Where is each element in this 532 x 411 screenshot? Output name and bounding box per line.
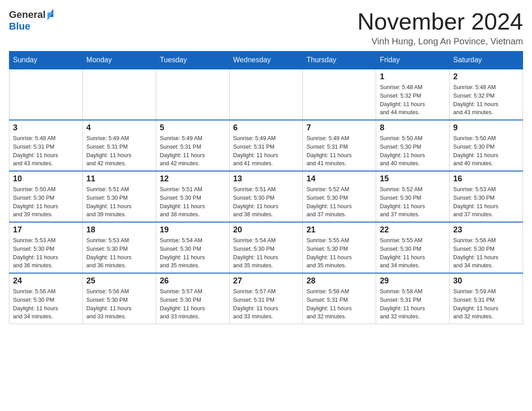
day-number: 23 <box>453 225 519 235</box>
title-section: November 2024 Vinh Hung, Long An Povince… <box>357 9 523 47</box>
calendar-cell: 22Sunrise: 5:55 AM Sunset: 5:30 PM Dayli… <box>376 222 450 273</box>
day-number: 15 <box>380 174 446 184</box>
calendar-cell: 23Sunrise: 5:56 AM Sunset: 5:30 PM Dayli… <box>450 222 523 273</box>
day-number: 18 <box>86 225 152 235</box>
calendar-cell: 14Sunrise: 5:52 AM Sunset: 5:30 PM Dayli… <box>303 171 376 222</box>
day-info: Sunrise: 5:54 AM Sunset: 5:30 PM Dayligh… <box>233 236 299 270</box>
calendar-cell: 1Sunrise: 5:48 AM Sunset: 5:32 PM Daylig… <box>376 69 450 120</box>
day-info: Sunrise: 5:57 AM Sunset: 5:31 PM Dayligh… <box>233 287 299 321</box>
calendar-cell: 3Sunrise: 5:48 AM Sunset: 5:31 PM Daylig… <box>9 120 83 171</box>
day-number: 4 <box>86 123 152 133</box>
day-info: Sunrise: 5:53 AM Sunset: 5:30 PM Dayligh… <box>453 185 519 219</box>
weekday-header-wednesday: Wednesday <box>229 51 303 69</box>
day-number: 13 <box>233 174 299 184</box>
day-info: Sunrise: 5:53 AM Sunset: 5:30 PM Dayligh… <box>86 236 152 270</box>
logo: General Blue <box>9 9 53 32</box>
day-number: 22 <box>380 225 446 235</box>
day-number: 8 <box>380 123 446 133</box>
week-row-4: 17Sunrise: 5:53 AM Sunset: 5:30 PM Dayli… <box>9 222 523 273</box>
day-info: Sunrise: 5:52 AM Sunset: 5:30 PM Dayligh… <box>306 185 372 219</box>
day-number: 11 <box>86 174 152 184</box>
week-row-3: 10Sunrise: 5:50 AM Sunset: 5:30 PM Dayli… <box>9 171 523 222</box>
day-number: 19 <box>160 225 226 235</box>
day-info: Sunrise: 5:57 AM Sunset: 5:30 PM Dayligh… <box>160 287 226 321</box>
calendar-cell: 5Sunrise: 5:49 AM Sunset: 5:31 PM Daylig… <box>156 120 229 171</box>
day-info: Sunrise: 5:54 AM Sunset: 5:30 PM Dayligh… <box>160 236 226 270</box>
day-number: 7 <box>306 123 372 133</box>
calendar-cell: 8Sunrise: 5:50 AM Sunset: 5:30 PM Daylig… <box>376 120 450 171</box>
calendar-cell: 20Sunrise: 5:54 AM Sunset: 5:30 PM Dayli… <box>229 222 303 273</box>
day-info: Sunrise: 5:49 AM Sunset: 5:31 PM Dayligh… <box>160 134 226 168</box>
day-info: Sunrise: 5:49 AM Sunset: 5:31 PM Dayligh… <box>306 134 372 168</box>
day-number: 24 <box>13 276 79 286</box>
day-number: 1 <box>380 72 446 81</box>
week-row-2: 3Sunrise: 5:48 AM Sunset: 5:31 PM Daylig… <box>9 120 523 171</box>
day-number: 29 <box>380 276 446 286</box>
day-info: Sunrise: 5:49 AM Sunset: 5:31 PM Dayligh… <box>233 134 299 168</box>
day-info: Sunrise: 5:55 AM Sunset: 5:30 PM Dayligh… <box>380 236 446 270</box>
weekday-header-friday: Friday <box>376 51 450 69</box>
day-number: 30 <box>453 276 519 286</box>
day-number: 2 <box>453 72 519 81</box>
day-info: Sunrise: 5:56 AM Sunset: 5:30 PM Dayligh… <box>86 287 152 321</box>
day-number: 10 <box>13 174 79 184</box>
day-number: 5 <box>160 123 226 133</box>
day-number: 17 <box>13 225 79 235</box>
calendar-cell <box>156 69 229 120</box>
calendar-cell: 13Sunrise: 5:51 AM Sunset: 5:30 PM Dayli… <box>229 171 303 222</box>
day-info: Sunrise: 5:56 AM Sunset: 5:30 PM Dayligh… <box>453 236 519 270</box>
day-info: Sunrise: 5:59 AM Sunset: 5:31 PM Dayligh… <box>453 287 519 321</box>
calendar-cell: 25Sunrise: 5:56 AM Sunset: 5:30 PM Dayli… <box>82 273 156 324</box>
day-info: Sunrise: 5:56 AM Sunset: 5:30 PM Dayligh… <box>13 287 79 321</box>
day-number: 21 <box>306 225 372 235</box>
day-info: Sunrise: 5:53 AM Sunset: 5:30 PM Dayligh… <box>13 236 79 270</box>
calendar-cell: 7Sunrise: 5:49 AM Sunset: 5:31 PM Daylig… <box>303 120 376 171</box>
month-title: November 2024 <box>357 9 523 34</box>
weekday-header-saturday: Saturday <box>450 51 523 69</box>
day-info: Sunrise: 5:50 AM Sunset: 5:30 PM Dayligh… <box>380 134 446 168</box>
day-number: 6 <box>233 123 299 133</box>
calendar-cell: 9Sunrise: 5:50 AM Sunset: 5:30 PM Daylig… <box>450 120 523 171</box>
calendar-cell: 30Sunrise: 5:59 AM Sunset: 5:31 PM Dayli… <box>450 273 523 324</box>
day-info: Sunrise: 5:52 AM Sunset: 5:30 PM Dayligh… <box>380 185 446 219</box>
day-info: Sunrise: 5:48 AM Sunset: 5:32 PM Dayligh… <box>380 83 446 117</box>
calendar-cell: 12Sunrise: 5:51 AM Sunset: 5:30 PM Dayli… <box>156 171 229 222</box>
calendar-cell: 11Sunrise: 5:51 AM Sunset: 5:30 PM Dayli… <box>82 171 156 222</box>
calendar-cell <box>9 69 83 120</box>
day-info: Sunrise: 5:58 AM Sunset: 5:31 PM Dayligh… <box>380 287 446 321</box>
day-info: Sunrise: 5:50 AM Sunset: 5:30 PM Dayligh… <box>453 134 519 168</box>
day-number: 28 <box>306 276 372 286</box>
day-info: Sunrise: 5:55 AM Sunset: 5:30 PM Dayligh… <box>306 236 372 270</box>
weekday-header-monday: Monday <box>82 51 156 69</box>
day-number: 3 <box>13 123 79 133</box>
weekday-header-row: SundayMondayTuesdayWednesdayThursdayFrid… <box>9 51 523 69</box>
day-number: 25 <box>86 276 152 286</box>
calendar-cell <box>229 69 303 120</box>
calendar-cell: 27Sunrise: 5:57 AM Sunset: 5:31 PM Dayli… <box>229 273 303 324</box>
day-number: 9 <box>453 123 519 133</box>
week-row-5: 24Sunrise: 5:56 AM Sunset: 5:30 PM Dayli… <box>9 273 523 324</box>
calendar-cell: 24Sunrise: 5:56 AM Sunset: 5:30 PM Dayli… <box>9 273 83 324</box>
day-number: 16 <box>453 174 519 184</box>
day-number: 14 <box>306 174 372 184</box>
calendar-table: SundayMondayTuesdayWednesdayThursdayFrid… <box>9 51 523 324</box>
calendar-cell: 26Sunrise: 5:57 AM Sunset: 5:30 PM Dayli… <box>156 273 229 324</box>
day-info: Sunrise: 5:51 AM Sunset: 5:30 PM Dayligh… <box>233 185 299 219</box>
weekday-header-sunday: Sunday <box>9 51 83 69</box>
calendar-cell: 16Sunrise: 5:53 AM Sunset: 5:30 PM Dayli… <box>450 171 523 222</box>
day-info: Sunrise: 5:51 AM Sunset: 5:30 PM Dayligh… <box>86 185 152 219</box>
weekday-header-thursday: Thursday <box>303 51 376 69</box>
calendar-cell: 6Sunrise: 5:49 AM Sunset: 5:31 PM Daylig… <box>229 120 303 171</box>
day-number: 26 <box>160 276 226 286</box>
calendar-cell: 21Sunrise: 5:55 AM Sunset: 5:30 PM Dayli… <box>303 222 376 273</box>
calendar-cell: 17Sunrise: 5:53 AM Sunset: 5:30 PM Dayli… <box>9 222 83 273</box>
day-info: Sunrise: 5:49 AM Sunset: 5:31 PM Dayligh… <box>86 134 152 168</box>
day-info: Sunrise: 5:48 AM Sunset: 5:32 PM Dayligh… <box>453 83 519 117</box>
location: Vinh Hung, Long An Povince, Vietnam <box>357 36 523 47</box>
calendar-cell <box>303 69 376 120</box>
page-header: General Blue November 2024 Vinh Hung, Lo… <box>9 9 523 47</box>
calendar-cell: 15Sunrise: 5:52 AM Sunset: 5:30 PM Dayli… <box>376 171 450 222</box>
logo-general: General <box>9 9 46 21</box>
calendar-cell <box>82 69 156 120</box>
day-number: 12 <box>160 174 226 184</box>
